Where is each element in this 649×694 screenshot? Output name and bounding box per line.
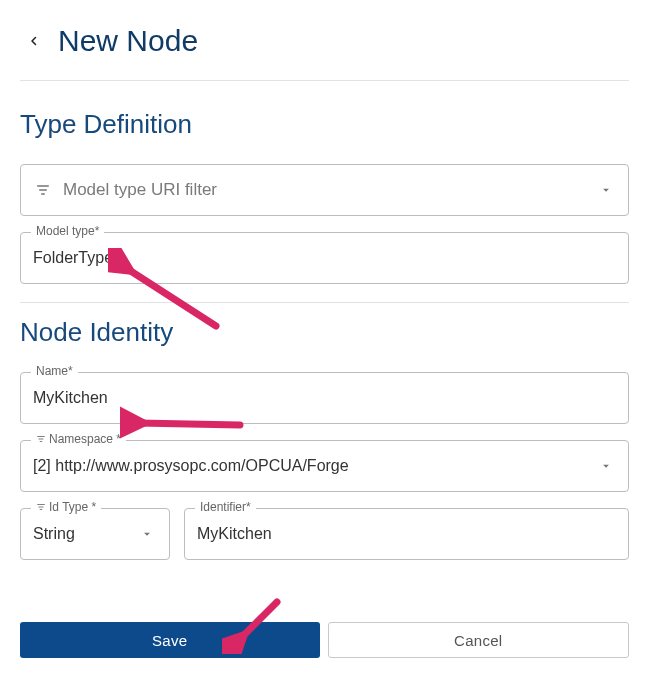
section-divider xyxy=(20,302,629,303)
model-type-filter-placeholder: Model type URI filter xyxy=(63,180,586,200)
model-type-value: FolderType xyxy=(33,249,616,267)
id-type-value: String xyxy=(33,525,127,543)
identifier-value: MyKitchen xyxy=(197,525,616,543)
name-value: MyKitchen xyxy=(33,389,616,407)
section-node-identity-title: Node Identity xyxy=(20,317,629,348)
namespace-field[interactable]: Namespace * [2] http://www.prosysopc.com… xyxy=(20,440,629,492)
namespace-label: Namespace * xyxy=(31,432,126,446)
cancel-button[interactable]: Cancel xyxy=(328,622,630,658)
name-label: Name* xyxy=(31,364,78,378)
page-title: New Node xyxy=(58,24,198,58)
back-icon[interactable] xyxy=(28,32,40,50)
chevron-down-icon xyxy=(596,180,616,200)
chevron-down-icon xyxy=(596,456,616,476)
save-button[interactable]: Save xyxy=(20,622,320,658)
model-type-field[interactable]: Model type* FolderType xyxy=(20,232,629,284)
section-type-definition-title: Type Definition xyxy=(20,109,629,140)
page-header: New Node xyxy=(20,20,629,81)
name-field[interactable]: Name* MyKitchen xyxy=(20,372,629,424)
filter-icon xyxy=(33,180,53,200)
model-type-label: Model type* xyxy=(31,224,104,238)
id-type-field[interactable]: Id Type * String xyxy=(20,508,170,560)
identifier-label: Identifier* xyxy=(195,500,256,514)
id-type-label: Id Type * xyxy=(31,500,101,514)
chevron-down-icon xyxy=(137,524,157,544)
namespace-value: [2] http://www.prosysopc.com/OPCUA/Forge xyxy=(33,457,586,475)
model-type-filter[interactable]: Model type URI filter xyxy=(20,164,629,216)
identifier-field[interactable]: Identifier* MyKitchen xyxy=(184,508,629,560)
